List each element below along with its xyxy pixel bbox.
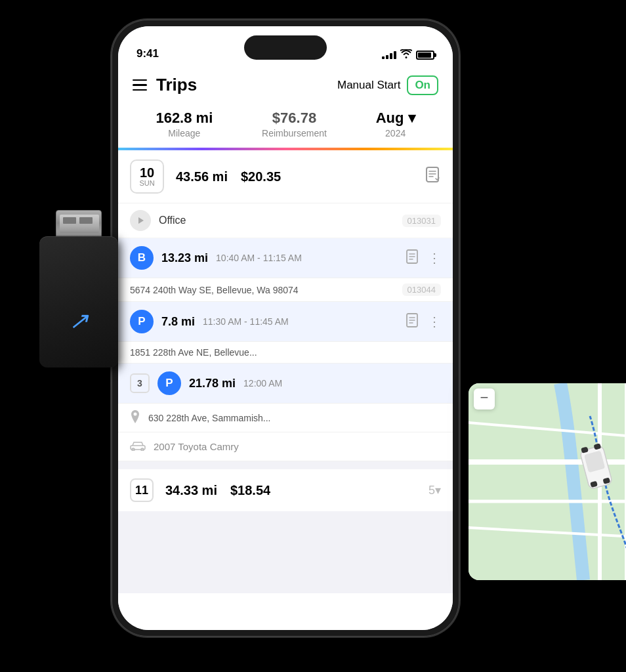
day-name: SUN bbox=[139, 179, 154, 187]
car-icon bbox=[130, 439, 146, 454]
trip-badge-p1: P bbox=[130, 310, 154, 333]
scene: ↗ 9:41 bbox=[0, 0, 626, 672]
trip-address-2: 1851 228th Ave NE, Bellevue... bbox=[118, 342, 453, 364]
date-value: Aug ▾ bbox=[376, 110, 415, 127]
hamburger-menu-button[interactable] bbox=[133, 79, 147, 91]
trip-actions-b: ⋮ bbox=[406, 249, 441, 267]
trip-location-pin: 630 228th Ave, Sammamish... bbox=[118, 404, 453, 432]
stat-date[interactable]: Aug ▾ 2024 bbox=[376, 110, 415, 138]
stats-row: 162.8 mi Mileage $76.78 Reimbursement Au… bbox=[118, 103, 453, 148]
car-name: 2007 Toyota Camry bbox=[154, 441, 239, 452]
date-year: 2024 bbox=[376, 128, 415, 138]
battery-icon bbox=[416, 51, 434, 60]
manual-start-label: Manual Start bbox=[337, 79, 400, 92]
more-options-icon-p1[interactable]: ⋮ bbox=[428, 314, 441, 329]
svg-point-4 bbox=[134, 413, 137, 416]
trip-address-1: 5674 240th Way SE, Bellevue, Wa 98074 01… bbox=[118, 278, 453, 302]
day-badge-10: 10 SUN bbox=[130, 159, 164, 194]
phone-screen: 9:41 bbox=[118, 26, 453, 630]
play-icon bbox=[130, 210, 151, 231]
svg-text:−: − bbox=[480, 389, 489, 406]
header-left: Trips bbox=[133, 75, 197, 95]
address-text-2: 1851 228th Ave NE, Bellevue... bbox=[130, 347, 257, 358]
day-stats: 43.56 mi $20.35 bbox=[176, 169, 424, 184]
car-info: 2007 Toyota Camry bbox=[118, 432, 453, 461]
trip-badge-b: B bbox=[130, 246, 154, 270]
trip-miles-b: 13.23 mi bbox=[161, 251, 208, 265]
day-number: 10 bbox=[140, 166, 154, 179]
trip-miles-p1: 7.8 mi bbox=[161, 315, 195, 329]
document-icon[interactable] bbox=[406, 249, 419, 267]
reimbursement-label: Reimbursement bbox=[262, 128, 327, 138]
day-header-10: 10 SUN 43.56 mi $20.35 bbox=[118, 150, 453, 203]
svg-marker-1 bbox=[138, 217, 144, 224]
day-miles: 43.56 mi bbox=[176, 169, 228, 184]
address-text-pin: 630 228th Ave, Sammamish... bbox=[148, 413, 271, 423]
day-money: $20.35 bbox=[241, 169, 281, 184]
trip-detail-b: B 13.23 mi 10:40 AM - 11:15 AM bbox=[118, 238, 453, 278]
day-header-11: 11 34.33 mi $18.54 5▾ bbox=[118, 469, 453, 511]
page-title: Trips bbox=[156, 75, 197, 95]
trip-detail-p2: 3 P 21.78 mi 12:00 AM bbox=[118, 364, 453, 404]
trip-list[interactable]: 10 SUN 43.56 mi $20.35 bbox=[118, 150, 453, 593]
usb-logo-icon: ↗ bbox=[69, 307, 89, 335]
trip-location-office: Office 013031 bbox=[118, 203, 453, 238]
receipt-icon[interactable] bbox=[424, 166, 441, 187]
address-code-1: 013044 bbox=[402, 284, 441, 296]
day-number-11: 11 bbox=[135, 484, 148, 497]
trip-actions-p1: ⋮ bbox=[406, 313, 441, 331]
svg-rect-5 bbox=[131, 446, 145, 450]
document-icon-p1[interactable] bbox=[406, 313, 419, 331]
usb-connector bbox=[56, 210, 102, 236]
day-group-11: 11 34.33 mi $18.54 5▾ bbox=[118, 469, 453, 511]
location-name: Office bbox=[159, 215, 402, 226]
usb-device: ↗ bbox=[26, 210, 131, 420]
dynamic-island bbox=[244, 35, 327, 60]
status-time: 9:41 bbox=[136, 47, 159, 60]
more-options-icon[interactable]: ⋮ bbox=[428, 250, 441, 266]
trip-miles-p2: 21.78 mi bbox=[189, 377, 236, 390]
manual-start-toggle[interactable]: On bbox=[407, 75, 438, 95]
mileage-label: Mileage bbox=[156, 128, 213, 138]
app-content: Trips Manual Start On 162.8 mi Mileage bbox=[118, 66, 453, 630]
stat-mileage: 162.8 mi Mileage bbox=[156, 110, 213, 138]
trip-time-p2: 12:00 AM bbox=[243, 378, 282, 388]
app-header: Trips Manual Start On bbox=[118, 66, 453, 103]
trip-time-p1: 11:30 AM - 11:45 AM bbox=[203, 316, 289, 327]
stat-reimbursement: $76.78 Reimbursement bbox=[262, 110, 327, 138]
status-icons bbox=[382, 49, 434, 60]
day-miles-11: 34.33 mi bbox=[165, 483, 217, 498]
trip-num-badge: 3 bbox=[130, 373, 150, 393]
day-stats-11: 34.33 mi $18.54 bbox=[165, 483, 270, 498]
wifi-icon bbox=[400, 49, 412, 60]
trip-detail-p1: P 7.8 mi 11:30 AM - 11:45 AM bbox=[118, 302, 453, 342]
trip-time-b: 10:40 AM - 11:15 AM bbox=[216, 253, 302, 263]
day-count-11: 5▾ bbox=[428, 483, 441, 497]
reimbursement-value: $76.78 bbox=[262, 110, 327, 127]
phone: 9:41 bbox=[112, 20, 459, 637]
signal-icon bbox=[382, 51, 396, 59]
location-pin-icon bbox=[130, 410, 140, 425]
phone-frame: 9:41 bbox=[112, 20, 459, 637]
header-right: Manual Start On bbox=[337, 75, 438, 95]
day-group-10: 10 SUN 43.56 mi $20.35 bbox=[118, 150, 453, 461]
day-badge-11: 11 bbox=[130, 478, 154, 502]
usb-body: ↗ bbox=[39, 236, 118, 368]
location-code: 013031 bbox=[402, 215, 441, 227]
mileage-value: 162.8 mi bbox=[156, 110, 213, 127]
map-overlay: Marymoor Picnic Area B − ⊞ bbox=[469, 383, 626, 580]
day-money-11: $18.54 bbox=[230, 483, 270, 498]
address-text-1: 5674 240th Way SE, Bellevue, Wa 98074 bbox=[130, 285, 299, 295]
trip-badge-p2: P bbox=[157, 371, 181, 395]
